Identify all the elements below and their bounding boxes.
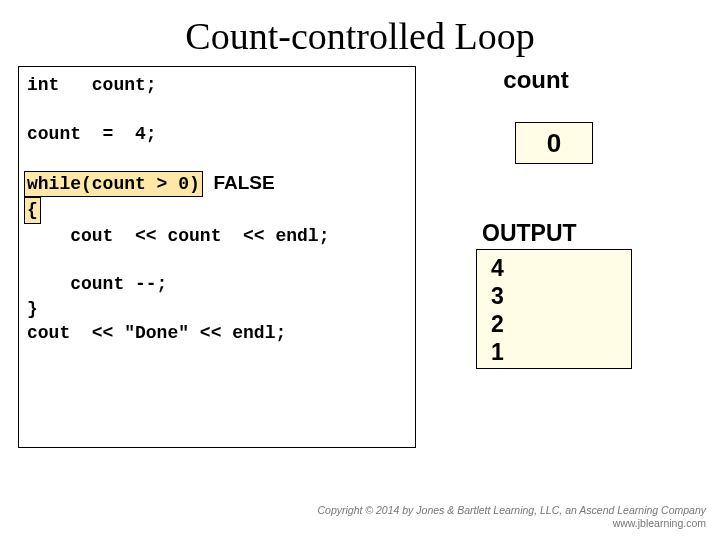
variable-label: count	[476, 66, 596, 94]
footer-url: www.jblearning.com	[318, 517, 707, 530]
output-line: 4	[491, 254, 617, 282]
output-box: 4 3 2 1	[476, 249, 632, 369]
content-area: int count; count = 4; while(count > 0) F…	[0, 66, 720, 448]
code-line-5: cout << count << endl;	[27, 224, 407, 248]
footer: Copyright © 2014 by Jones & Bartlett Lea…	[318, 504, 707, 530]
code-blank-3	[27, 248, 407, 272]
code-blank	[27, 97, 407, 121]
code-blank-2	[27, 146, 407, 170]
variable-value-box: 0	[515, 122, 593, 164]
code-line-2: count = 4;	[27, 122, 407, 146]
code-line-6: count --;	[27, 272, 407, 296]
right-column: count 0 OUTPUT 4 3 2 1	[416, 66, 632, 448]
code-line-7: }	[27, 297, 407, 321]
code-line-8: cout << "Done" << endl;	[27, 321, 407, 345]
code-box: int count; count = 4; while(count > 0) F…	[18, 66, 416, 448]
output-line: 3	[491, 282, 617, 310]
false-label: FALSE	[203, 172, 275, 193]
brace-open-highlight: {	[24, 197, 41, 223]
code-line-1: int count;	[27, 73, 407, 97]
output-line: 2	[491, 310, 617, 338]
while-condition-highlight: while(count > 0)	[24, 171, 203, 197]
page-title: Count-controlled Loop	[0, 0, 720, 66]
copyright-text: Copyright © 2014 by Jones & Bartlett Lea…	[318, 504, 707, 517]
while-row: while(count > 0) FALSE	[27, 170, 407, 197]
output-label: OUTPUT	[482, 220, 632, 247]
output-line: 1	[491, 338, 617, 366]
